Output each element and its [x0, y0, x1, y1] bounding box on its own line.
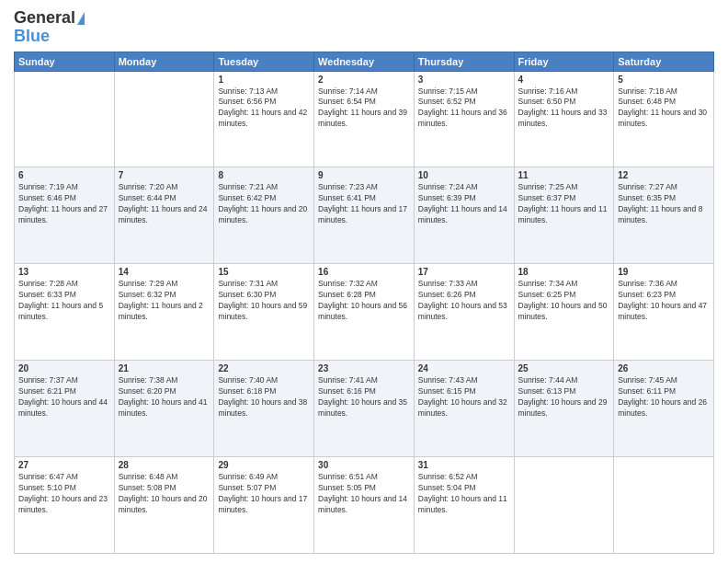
day-info: Sunrise: 7:28 AM Sunset: 6:33 PM Dayligh…	[18, 279, 110, 323]
day-number: 5	[618, 75, 710, 85]
day-info: Sunrise: 7:21 AM Sunset: 6:42 PM Dayligh…	[218, 182, 310, 226]
logo-text-general: General	[14, 9, 75, 28]
day-info: Sunrise: 7:16 AM Sunset: 6:50 PM Dayligh…	[518, 86, 610, 131]
day-number: 21	[119, 363, 210, 373]
calendar-cell: 23Sunrise: 7:41 AM Sunset: 6:16 PM Dayli…	[314, 361, 415, 457]
day-info: Sunrise: 7:40 AM Sunset: 6:18 PM Dayligh…	[218, 375, 310, 419]
day-number: 26	[618, 363, 710, 373]
calendar-cell: 5Sunrise: 7:18 AM Sunset: 6:48 PM Daylig…	[614, 71, 714, 167]
calendar-cell: 12Sunrise: 7:27 AM Sunset: 6:35 PM Dayli…	[614, 167, 714, 264]
page: General Blue SundayMondayTuesdayWednesda…	[0, 0, 728, 563]
day-info: Sunrise: 7:19 AM Sunset: 6:46 PM Dayligh…	[18, 182, 110, 226]
calendar-week-row: 13Sunrise: 7:28 AM Sunset: 6:33 PM Dayli…	[15, 264, 714, 361]
logo: General Blue	[14, 9, 85, 46]
day-info: Sunrise: 7:33 AM Sunset: 6:26 PM Dayligh…	[418, 279, 510, 323]
day-number: 19	[618, 267, 710, 277]
calendar-cell: 6Sunrise: 7:19 AM Sunset: 6:46 PM Daylig…	[15, 167, 115, 264]
day-number: 20	[18, 363, 110, 373]
day-info: Sunrise: 6:47 AM Sunset: 5:10 PM Dayligh…	[18, 472, 110, 516]
day-number: 7	[119, 170, 210, 180]
calendar-cell: 27Sunrise: 6:47 AM Sunset: 5:10 PM Dayli…	[15, 457, 115, 554]
day-info: Sunrise: 6:51 AM Sunset: 5:05 PM Dayligh…	[318, 472, 410, 516]
day-header-saturday: Saturday	[614, 52, 714, 71]
day-number: 13	[18, 267, 110, 277]
calendar-table: SundayMondayTuesdayWednesdayThursdayFrid…	[14, 52, 714, 554]
day-info: Sunrise: 7:24 AM Sunset: 6:39 PM Dayligh…	[418, 182, 510, 226]
calendar-cell: 28Sunrise: 6:48 AM Sunset: 5:08 PM Dayli…	[114, 457, 214, 554]
day-info: Sunrise: 7:27 AM Sunset: 6:35 PM Dayligh…	[618, 182, 710, 226]
day-number: 22	[218, 363, 310, 373]
day-number: 31	[418, 460, 510, 470]
day-number: 10	[418, 170, 510, 180]
day-info: Sunrise: 7:15 AM Sunset: 6:52 PM Dayligh…	[418, 86, 510, 131]
day-info: Sunrise: 7:14 AM Sunset: 6:54 PM Dayligh…	[318, 86, 410, 131]
calendar-cell	[114, 71, 214, 167]
day-number: 6	[18, 170, 110, 180]
calendar-cell: 17Sunrise: 7:33 AM Sunset: 6:26 PM Dayli…	[414, 264, 514, 361]
day-number: 11	[518, 170, 610, 180]
day-number: 8	[218, 170, 310, 180]
day-info: Sunrise: 7:44 AM Sunset: 6:13 PM Dayligh…	[518, 375, 610, 419]
calendar-cell: 18Sunrise: 7:34 AM Sunset: 6:25 PM Dayli…	[514, 264, 614, 361]
day-info: Sunrise: 7:45 AM Sunset: 6:11 PM Dayligh…	[618, 375, 710, 419]
calendar-week-row: 27Sunrise: 6:47 AM Sunset: 5:10 PM Dayli…	[15, 457, 714, 554]
calendar-cell: 1Sunrise: 7:13 AM Sunset: 6:56 PM Daylig…	[214, 71, 314, 167]
calendar-cell: 24Sunrise: 7:43 AM Sunset: 6:15 PM Dayli…	[414, 361, 514, 457]
day-info: Sunrise: 6:48 AM Sunset: 5:08 PM Dayligh…	[119, 472, 210, 516]
day-info: Sunrise: 7:41 AM Sunset: 6:16 PM Dayligh…	[318, 375, 410, 419]
day-number: 14	[119, 267, 210, 277]
day-header-row: SundayMondayTuesdayWednesdayThursdayFrid…	[15, 52, 714, 71]
calendar-cell: 7Sunrise: 7:20 AM Sunset: 6:44 PM Daylig…	[114, 167, 214, 264]
calendar-cell: 31Sunrise: 6:52 AM Sunset: 5:04 PM Dayli…	[414, 457, 514, 554]
day-header-friday: Friday	[514, 52, 614, 71]
day-header-tuesday: Tuesday	[214, 52, 314, 71]
calendar-cell: 9Sunrise: 7:23 AM Sunset: 6:41 PM Daylig…	[314, 167, 415, 264]
day-info: Sunrise: 7:43 AM Sunset: 6:15 PM Dayligh…	[418, 375, 510, 419]
calendar-cell: 30Sunrise: 6:51 AM Sunset: 5:05 PM Dayli…	[314, 457, 415, 554]
day-info: Sunrise: 7:38 AM Sunset: 6:20 PM Dayligh…	[119, 375, 210, 419]
day-number: 24	[418, 363, 510, 373]
day-info: Sunrise: 7:20 AM Sunset: 6:44 PM Dayligh…	[119, 182, 210, 226]
day-number: 1	[218, 75, 310, 85]
day-number: 16	[318, 267, 410, 277]
calendar-cell: 19Sunrise: 7:36 AM Sunset: 6:23 PM Dayli…	[614, 264, 714, 361]
day-info: Sunrise: 7:18 AM Sunset: 6:48 PM Dayligh…	[618, 86, 710, 131]
day-number: 30	[318, 460, 410, 470]
calendar-cell	[614, 457, 714, 554]
day-number: 12	[618, 170, 710, 180]
calendar-cell	[15, 71, 115, 167]
day-header-sunday: Sunday	[15, 52, 115, 71]
calendar-week-row: 20Sunrise: 7:37 AM Sunset: 6:21 PM Dayli…	[15, 361, 714, 457]
calendar-cell: 25Sunrise: 7:44 AM Sunset: 6:13 PM Dayli…	[514, 361, 614, 457]
day-number: 28	[119, 460, 210, 470]
calendar-cell: 22Sunrise: 7:40 AM Sunset: 6:18 PM Dayli…	[214, 361, 314, 457]
calendar-cell: 21Sunrise: 7:38 AM Sunset: 6:20 PM Dayli…	[114, 361, 214, 457]
day-number: 23	[318, 363, 410, 373]
day-number: 18	[518, 267, 610, 277]
calendar-cell: 3Sunrise: 7:15 AM Sunset: 6:52 PM Daylig…	[414, 71, 514, 167]
calendar-cell: 13Sunrise: 7:28 AM Sunset: 6:33 PM Dayli…	[15, 264, 115, 361]
calendar-cell: 29Sunrise: 6:49 AM Sunset: 5:07 PM Dayli…	[214, 457, 314, 554]
day-info: Sunrise: 7:23 AM Sunset: 6:41 PM Dayligh…	[318, 182, 410, 226]
day-number: 9	[318, 170, 410, 180]
calendar-cell: 20Sunrise: 7:37 AM Sunset: 6:21 PM Dayli…	[15, 361, 115, 457]
calendar-cell: 15Sunrise: 7:31 AM Sunset: 6:30 PM Dayli…	[214, 264, 314, 361]
calendar-cell: 11Sunrise: 7:25 AM Sunset: 6:37 PM Dayli…	[514, 167, 614, 264]
calendar-week-row: 1Sunrise: 7:13 AM Sunset: 6:56 PM Daylig…	[15, 71, 714, 167]
calendar-cell: 10Sunrise: 7:24 AM Sunset: 6:39 PM Dayli…	[414, 167, 514, 264]
calendar-cell	[514, 457, 614, 554]
day-number: 3	[418, 75, 510, 85]
calendar-cell: 14Sunrise: 7:29 AM Sunset: 6:32 PM Dayli…	[114, 264, 214, 361]
day-number: 4	[518, 75, 610, 85]
day-info: Sunrise: 7:25 AM Sunset: 6:37 PM Dayligh…	[518, 182, 610, 226]
day-info: Sunrise: 7:34 AM Sunset: 6:25 PM Dayligh…	[518, 279, 610, 323]
logo-text-blue: Blue	[14, 28, 50, 46]
day-info: Sunrise: 7:37 AM Sunset: 6:21 PM Dayligh…	[18, 375, 110, 419]
calendar-cell: 26Sunrise: 7:45 AM Sunset: 6:11 PM Dayli…	[614, 361, 714, 457]
day-header-monday: Monday	[114, 52, 214, 71]
day-header-wednesday: Wednesday	[314, 52, 415, 71]
header: General Blue	[14, 9, 714, 46]
day-number: 15	[218, 267, 310, 277]
logo-triangle-icon	[77, 12, 85, 25]
calendar-cell: 8Sunrise: 7:21 AM Sunset: 6:42 PM Daylig…	[214, 167, 314, 264]
